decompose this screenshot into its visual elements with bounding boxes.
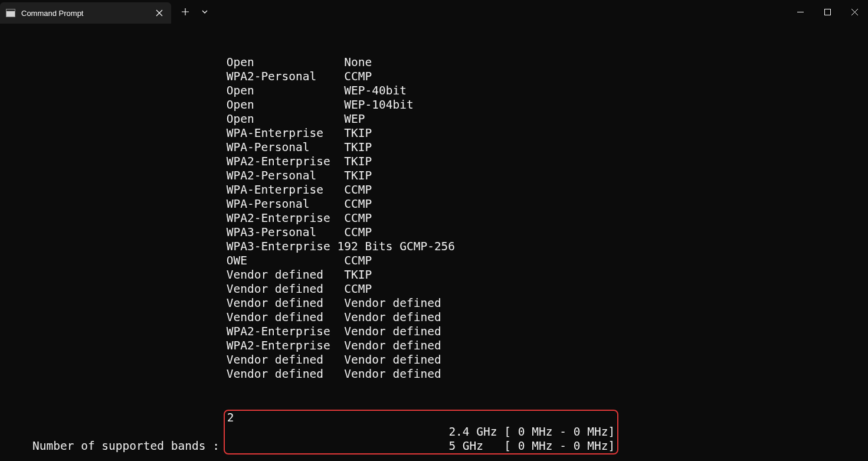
cipher-row: WPA2-Enterprise TKIP bbox=[5, 155, 863, 169]
close-tab-button[interactable] bbox=[153, 7, 165, 19]
window-controls bbox=[787, 0, 868, 24]
tab-title: Command Prompt bbox=[21, 9, 148, 18]
new-tab-button[interactable] bbox=[175, 1, 196, 22]
cipher-list: Open None WPA2-Personal CCMP Open WEP-40… bbox=[5, 55, 863, 381]
cipher-row: WPA3-Enterprise 192 Bits GCMP-256 bbox=[5, 240, 863, 254]
cipher-row: Open WEP-40bit bbox=[5, 84, 863, 98]
cipher-row: Vendor defined Vendor defined bbox=[5, 296, 863, 310]
maximize-button[interactable] bbox=[814, 0, 841, 24]
cipher-row: WPA-Enterprise TKIP bbox=[5, 126, 863, 140]
cipher-row: WPA2-Enterprise CCMP bbox=[5, 211, 863, 225]
titlebar-left: Command Prompt bbox=[0, 0, 214, 24]
terminal-output[interactable]: Open None WPA2-Personal CCMP Open WEP-40… bbox=[0, 24, 868, 461]
cipher-row: WPA2-Personal TKIP bbox=[5, 169, 863, 183]
cipher-row: WPA-Personal CCMP bbox=[5, 197, 863, 211]
titlebar: Command Prompt bbox=[0, 0, 868, 24]
close-window-button[interactable] bbox=[841, 0, 868, 24]
tab-dropdown-button[interactable] bbox=[196, 1, 214, 22]
cipher-row: Open None bbox=[5, 55, 863, 70]
cipher-row: WPA2-Personal CCMP bbox=[5, 70, 863, 84]
cipher-row: WPA2-Enterprise Vendor defined bbox=[5, 325, 863, 339]
bands-highlight: 2 2.4 GHz [ 0 MHz - 0 MHz] 5 GHz [ 0 MHz… bbox=[224, 410, 618, 455]
cipher-row: Vendor defined TKIP bbox=[5, 268, 863, 282]
cipher-row: WPA2-Enterprise Vendor defined bbox=[5, 339, 863, 353]
cipher-row: OWE CCMP bbox=[5, 254, 863, 268]
cipher-row: Vendor defined Vendor defined bbox=[5, 353, 863, 367]
minimize-button[interactable] bbox=[787, 0, 814, 24]
cipher-row: Open WEP-104bit bbox=[5, 98, 863, 112]
svg-rect-0 bbox=[824, 9, 830, 15]
cipher-row: Vendor defined CCMP bbox=[5, 282, 863, 296]
active-tab[interactable]: Command Prompt bbox=[0, 2, 171, 24]
cipher-row: Vendor defined Vendor defined bbox=[5, 367, 863, 381]
cipher-row: Vendor defined Vendor defined bbox=[5, 310, 863, 325]
bands-count-row: Number of supported bands : 2 2.4 GHz [ … bbox=[5, 410, 863, 455]
cipher-row: WPA-Enterprise CCMP bbox=[5, 183, 863, 197]
bands-label: Number of supported bands : bbox=[5, 439, 227, 453]
cmd-icon bbox=[6, 9, 15, 17]
cipher-row: Open WEP bbox=[5, 112, 863, 126]
cipher-row: WPA-Personal TKIP bbox=[5, 140, 863, 155]
cipher-row: WPA3-Personal CCMP bbox=[5, 225, 863, 240]
